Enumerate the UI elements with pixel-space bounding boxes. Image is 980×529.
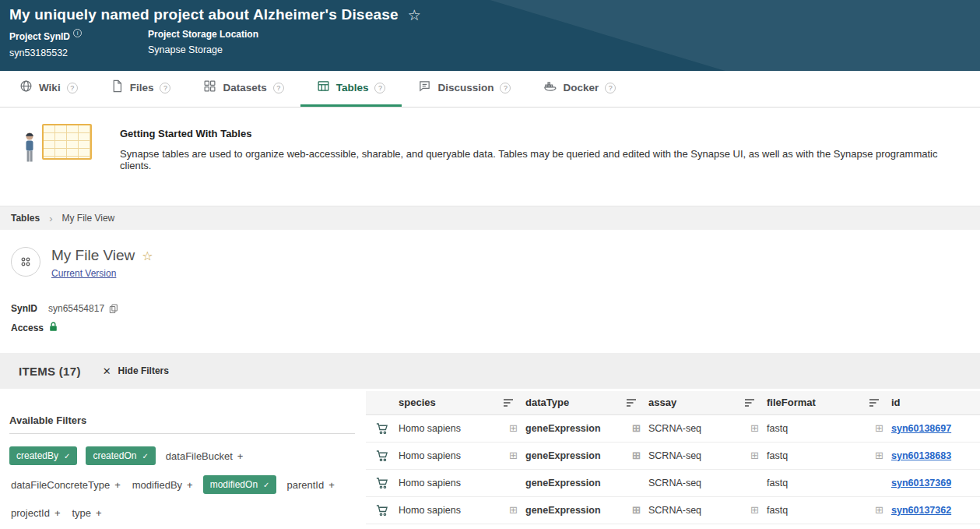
filter-add-dataFileConcreteType[interactable]: dataFileConcreteType+ (9, 476, 122, 494)
tab-datasets[interactable]: Datasets ? (187, 71, 300, 107)
discussion-icon (418, 79, 431, 96)
datasets-grid-icon (203, 79, 216, 96)
table-header-row: species dataType assay fileFormat id (366, 391, 980, 414)
tables-illustration (23, 122, 92, 168)
tab-wiki-label: Wiki (39, 82, 61, 93)
table-row: Homo sapiens⊞ geneExpression⊞ SCRNA-seq⊞… (366, 414, 980, 442)
favorite-star-icon[interactable]: ☆ (408, 8, 421, 23)
help-icon[interactable]: ? (605, 83, 616, 93)
add-to-cart-icon[interactable] (366, 449, 399, 463)
cell-dataType: geneExpression (525, 505, 601, 516)
column-header-id[interactable]: id (891, 391, 980, 414)
column-header-dataType[interactable]: dataType (525, 391, 648, 414)
cart-column-header (366, 391, 399, 414)
expand-cell-icon[interactable]: ⊞ (509, 450, 518, 460)
column-header-assay[interactable]: assay (648, 391, 767, 414)
synid-value: syn65454817 (48, 303, 104, 314)
expand-cell-icon[interactable]: ⊞ (632, 450, 641, 460)
access-label: Access (11, 323, 48, 333)
copy-icon[interactable] (109, 304, 118, 314)
storage-location-label: Project Storage Location (148, 29, 258, 40)
tab-docker[interactable]: Docker ? (527, 71, 632, 107)
table-icon (317, 79, 330, 96)
tab-wiki[interactable]: Wiki ? (3, 71, 94, 107)
cell-fileFormat: fastq (767, 478, 788, 488)
entity-id-link[interactable]: syn60138697 (891, 423, 951, 434)
check-icon: ✓ (64, 452, 70, 460)
info-icon[interactable]: i (73, 29, 82, 37)
filter-add-modifiedBy[interactable]: modifiedBy+ (131, 476, 195, 494)
filter-chip-createdBy[interactable]: createdBy✓ (9, 446, 77, 465)
expand-cell-icon[interactable]: ⊞ (509, 423, 518, 433)
help-icon[interactable]: ? (160, 83, 170, 93)
expand-cell-icon[interactable]: ⊞ (632, 423, 641, 433)
entity-id-link[interactable]: syn60138683 (891, 450, 951, 461)
filter-chip-createdOn[interactable]: createdOn✓ (86, 446, 155, 465)
table-row: Homo sapiens⊞ geneExpression⊞ SCRNA-seq⊞… (366, 496, 980, 524)
help-icon[interactable]: ? (273, 83, 284, 93)
cell-dataType: geneExpression (525, 478, 601, 488)
add-to-cart-icon[interactable] (366, 476, 399, 490)
chevron-right-icon: › (49, 213, 52, 224)
expand-cell-icon[interactable]: ⊞ (509, 505, 518, 515)
storage-location-block: Project Storage Location Synapse Storage (148, 29, 258, 58)
project-synid-block: Project SynIDi syn53185532 (9, 29, 148, 58)
person-graphic (23, 132, 36, 168)
getting-started-title: Getting Started With Tables (120, 128, 957, 139)
add-to-cart-icon[interactable] (366, 503, 399, 517)
breadcrumb: Tables › My File View (0, 206, 980, 230)
cell-assay: SCRNA-seq (648, 505, 701, 516)
sort-icon[interactable] (503, 398, 515, 407)
lock-icon[interactable] (48, 321, 58, 334)
tab-tables[interactable]: Tables ? (300, 71, 402, 107)
filters-panel: Available Filters createdBy✓ createdOn✓ … (0, 389, 366, 524)
current-version-link[interactable]: Current Version (51, 268, 116, 279)
expand-cell-icon[interactable]: ⊞ (632, 505, 641, 515)
help-icon[interactable]: ? (374, 83, 385, 93)
sort-icon[interactable] (744, 398, 756, 407)
expand-cell-icon[interactable]: ⊞ (750, 423, 759, 433)
tab-datasets-label: Datasets (223, 82, 266, 93)
expand-cell-icon[interactable]: ⊞ (875, 450, 883, 460)
entity-id-link[interactable]: syn60137362 (891, 505, 951, 516)
entity-fileview-icon (11, 247, 40, 277)
filter-add-dataFileBucket[interactable]: dataFileBucket+ (164, 447, 245, 465)
breadcrumb-current: My File View (61, 213, 114, 224)
entity-name: My File View (51, 247, 135, 264)
column-header-species[interactable]: species (399, 391, 525, 414)
help-icon[interactable]: ? (500, 83, 511, 93)
globe-icon (19, 79, 33, 96)
expand-cell-icon[interactable]: ⊞ (750, 505, 759, 515)
project-header: My uniquely named project about Alzheime… (0, 0, 980, 71)
sort-icon[interactable] (626, 398, 638, 407)
entity-favorite-star-icon[interactable]: ☆ (142, 249, 153, 263)
plus-icon: + (96, 507, 102, 519)
filter-add-projectId[interactable]: projectId+ (9, 504, 61, 522)
tab-discussion[interactable]: Discussion ? (402, 71, 527, 107)
expand-cell-icon[interactable]: ⊞ (875, 423, 883, 433)
filter-add-type[interactable]: type+ (70, 504, 103, 522)
column-header-fileFormat[interactable]: fileFormat (767, 391, 891, 414)
query-results-table: species dataType assay fileFormat id Hom… (366, 389, 980, 524)
items-count-title: ITEMS (17) (19, 365, 81, 378)
expand-cell-icon[interactable]: ⊞ (875, 505, 883, 515)
expand-cell-icon[interactable]: ⊞ (750, 450, 759, 460)
project-synid-value: syn53185532 (9, 48, 148, 58)
entity-header: My File View ☆ Current Version SynID syn… (0, 230, 980, 334)
cell-species: Homo sapiens (399, 505, 461, 516)
tab-docker-label: Docker (563, 82, 599, 93)
filter-add-parentId[interactable]: parentId+ (285, 476, 335, 494)
filter-chip-modifiedOn[interactable]: modifiedOn✓ (203, 475, 277, 494)
help-icon[interactable]: ? (67, 83, 78, 93)
hide-filters-button[interactable]: ✕ Hide Filters (103, 365, 169, 377)
items-bar: ITEMS (17) ✕ Hide Filters (0, 353, 980, 389)
cell-fileFormat: fastq (767, 450, 788, 461)
breadcrumb-tables-link[interactable]: Tables (11, 213, 40, 224)
cell-assay: SCRNA-seq (648, 423, 701, 434)
sort-icon[interactable] (869, 398, 880, 407)
cell-dataType: geneExpression (525, 450, 601, 461)
add-to-cart-icon[interactable] (366, 421, 399, 436)
entity-id-link[interactable]: syn60137369 (891, 478, 951, 488)
tab-files[interactable]: Files ? (94, 71, 188, 107)
project-tabbar: Wiki ? Files ? Datasets ? Tables ? Discu… (0, 71, 980, 108)
